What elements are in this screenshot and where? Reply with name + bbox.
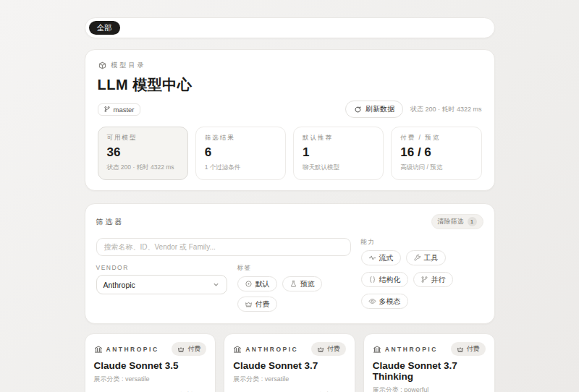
building-icon bbox=[94, 345, 103, 354]
clear-filters-button[interactable]: 清除筛选 1 bbox=[431, 214, 483, 229]
stat-sub: 1 个过滤条件 bbox=[205, 163, 276, 172]
tag-chip-label: 预览 bbox=[300, 281, 315, 288]
building-icon bbox=[373, 345, 381, 354]
stat-paid-preview: 付费 / 预览 16 / 6 高级访问 / 预览 bbox=[391, 127, 481, 180]
top-tab-bar: 全部 bbox=[85, 17, 495, 38]
page-title: LLM 模型中心 bbox=[98, 75, 482, 95]
model-card-claude-sonnet-3-5[interactable]: ANTHROPIC 付费 Claude Sonnet 3.5 展示分类 : ve… bbox=[85, 333, 216, 392]
paid-badge: 付费 bbox=[172, 342, 206, 356]
vendor-tag: ANTHROPIC bbox=[94, 345, 159, 354]
capability-chip-streaming[interactable]: 流式 bbox=[361, 250, 401, 265]
refresh-icon bbox=[354, 106, 362, 114]
vendor-select-value: Anthropic bbox=[103, 281, 135, 289]
stat-value: 36 bbox=[107, 145, 179, 160]
capability-chip-tools[interactable]: 工具 bbox=[406, 250, 446, 265]
git-branch-icon bbox=[420, 276, 428, 284]
stat-label: 可用模型 bbox=[107, 134, 179, 142]
tab-all[interactable]: 全部 bbox=[89, 21, 120, 35]
package-icon bbox=[98, 61, 107, 70]
paid-badge-label: 付费 bbox=[187, 344, 200, 354]
capability-chip-label: 多模态 bbox=[379, 298, 401, 305]
stat-label: 默认推荐 bbox=[303, 134, 374, 142]
building-icon bbox=[233, 345, 242, 354]
model-category: 展示分类 : versatile bbox=[233, 375, 346, 384]
vendor-label: VENDOR bbox=[96, 264, 227, 271]
clear-filters-count-badge: 1 bbox=[468, 217, 477, 226]
capability-chip-label: 结构化 bbox=[379, 276, 401, 284]
flask-icon bbox=[290, 280, 297, 288]
capability-chip-label: 并行 bbox=[431, 276, 446, 284]
braces-icon bbox=[368, 276, 376, 284]
stat-value: 1 bbox=[303, 145, 374, 160]
crown-icon bbox=[245, 300, 253, 308]
clear-filters-label: 清除筛选 bbox=[438, 217, 464, 226]
capabilities-label: 能力 bbox=[361, 238, 483, 247]
tag-chip-label: 付费 bbox=[255, 301, 270, 308]
stat-value: 16 / 6 bbox=[400, 145, 472, 160]
target-icon bbox=[245, 280, 253, 288]
stat-sub: 聊天默认模型 bbox=[303, 163, 374, 172]
stats-row: 可用模型 36 状态 200 · 耗时 4322 ms 筛选结果 6 1 个过滤… bbox=[98, 127, 482, 180]
model-category: 展示分类 : powerful bbox=[373, 385, 486, 392]
branch-name: master bbox=[114, 106, 135, 114]
refresh-label: 刷新数据 bbox=[365, 104, 394, 114]
stat-sub: 状态 200 · 耗时 4322 ms bbox=[107, 163, 179, 172]
vendor-name: ANTHROPIC bbox=[245, 346, 298, 353]
branch-badge: master bbox=[98, 103, 140, 116]
stat-available-models: 可用模型 36 状态 200 · 耗时 4322 ms bbox=[98, 127, 188, 180]
tag-chip-default[interactable]: 默认 bbox=[237, 276, 277, 291]
eye-icon bbox=[368, 297, 376, 305]
paid-badge: 付费 bbox=[451, 342, 486, 356]
filter-card: 筛选器 清除筛选 1 VENDOR Anthropic bbox=[85, 203, 495, 324]
vendor-select[interactable]: Anthropic bbox=[96, 275, 227, 294]
vendor-tag: ANTHROPIC bbox=[233, 345, 298, 354]
crown-icon bbox=[177, 346, 185, 353]
crown-icon bbox=[457, 346, 464, 353]
paid-badge: 付费 bbox=[311, 342, 346, 356]
model-name: Claude Sonnet 3.7 bbox=[233, 360, 346, 371]
vendor-tag: ANTHROPIC bbox=[373, 345, 438, 354]
capability-chip-parallel[interactable]: 并行 bbox=[413, 272, 453, 287]
section-label: 模型目录 bbox=[98, 61, 482, 70]
status-text: 状态 200 · 耗时 4322 ms bbox=[410, 105, 482, 114]
stat-default-recommend: 默认推荐 1 聊天默认模型 bbox=[293, 127, 384, 180]
stat-label: 付费 / 预览 bbox=[400, 134, 472, 142]
chevron-down-icon bbox=[212, 281, 220, 289]
model-card-claude-sonnet-3-7-thinking[interactable]: ANTHROPIC 付费 Claude Sonnet 3.7 Thinking … bbox=[363, 333, 495, 392]
stat-sub: 高级访问 / 预览 bbox=[400, 163, 472, 172]
page-container: 全部 模型目录 LLM 模型中心 master 刷新数据 状态 200 · 耗时… bbox=[85, 0, 495, 392]
stat-value: 6 bbox=[205, 145, 276, 160]
paid-badge-label: 付费 bbox=[467, 344, 480, 354]
capability-chip-label: 工具 bbox=[424, 255, 439, 262]
refresh-button[interactable]: 刷新数据 bbox=[345, 101, 403, 118]
vendor-name: ANTHROPIC bbox=[106, 346, 159, 353]
header-card: 模型目录 LLM 模型中心 master 刷新数据 状态 200 · 耗时 43… bbox=[85, 49, 495, 191]
stat-label: 筛选结果 bbox=[205, 134, 276, 142]
vendor-name: ANTHROPIC bbox=[385, 346, 438, 353]
filter-title: 筛选器 bbox=[96, 217, 124, 227]
stat-filter-results: 筛选结果 6 1 个过滤条件 bbox=[195, 127, 286, 180]
crown-icon bbox=[317, 346, 324, 353]
search-input[interactable] bbox=[96, 238, 351, 256]
tag-chip-paid[interactable]: 付费 bbox=[237, 297, 277, 312]
wrench-icon bbox=[413, 254, 421, 262]
tags-label: 标签 bbox=[237, 264, 351, 273]
git-branch-icon bbox=[103, 106, 111, 113]
tag-chip-label: 默认 bbox=[255, 281, 270, 288]
paid-badge-label: 付费 bbox=[327, 344, 340, 354]
model-name: Claude Sonnet 3.5 bbox=[94, 360, 207, 371]
model-grid: ANTHROPIC 付费 Claude Sonnet 3.5 展示分类 : ve… bbox=[85, 333, 495, 392]
activity-icon bbox=[368, 254, 376, 262]
model-name: Claude Sonnet 3.7 Thinking bbox=[373, 360, 486, 382]
capability-chip-multimodal[interactable]: 多模态 bbox=[361, 294, 408, 309]
section-label-text: 模型目录 bbox=[111, 61, 146, 70]
tag-chip-preview[interactable]: 预览 bbox=[282, 276, 322, 291]
model-card-claude-sonnet-3-7[interactable]: ANTHROPIC 付费 Claude Sonnet 3.7 展示分类 : ve… bbox=[224, 333, 355, 392]
model-category: 展示分类 : versatile bbox=[94, 375, 207, 384]
capability-chip-structured[interactable]: 结构化 bbox=[361, 272, 408, 287]
capability-chip-label: 流式 bbox=[379, 255, 394, 262]
